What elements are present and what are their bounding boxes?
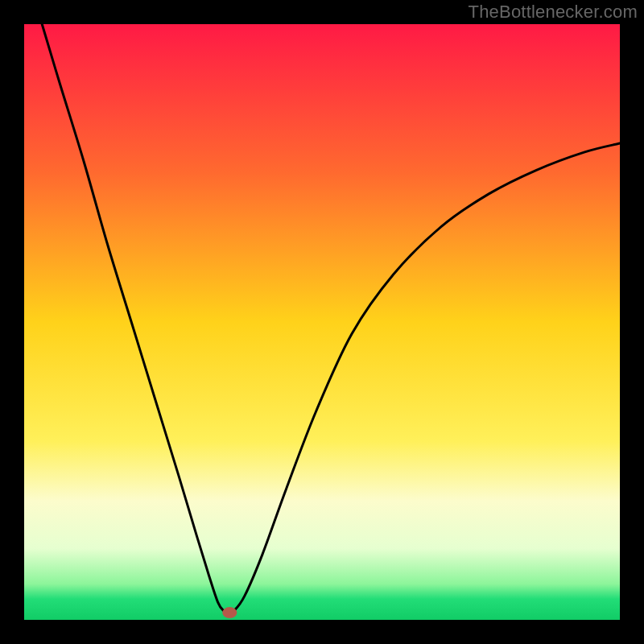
optimal-point-marker <box>222 607 237 618</box>
chart-frame: TheBottlenecker.com <box>0 0 644 644</box>
chart-gradient-bg <box>24 24 620 620</box>
attribution-text: TheBottlenecker.com <box>469 2 638 23</box>
bottleneck-chart <box>0 0 644 644</box>
